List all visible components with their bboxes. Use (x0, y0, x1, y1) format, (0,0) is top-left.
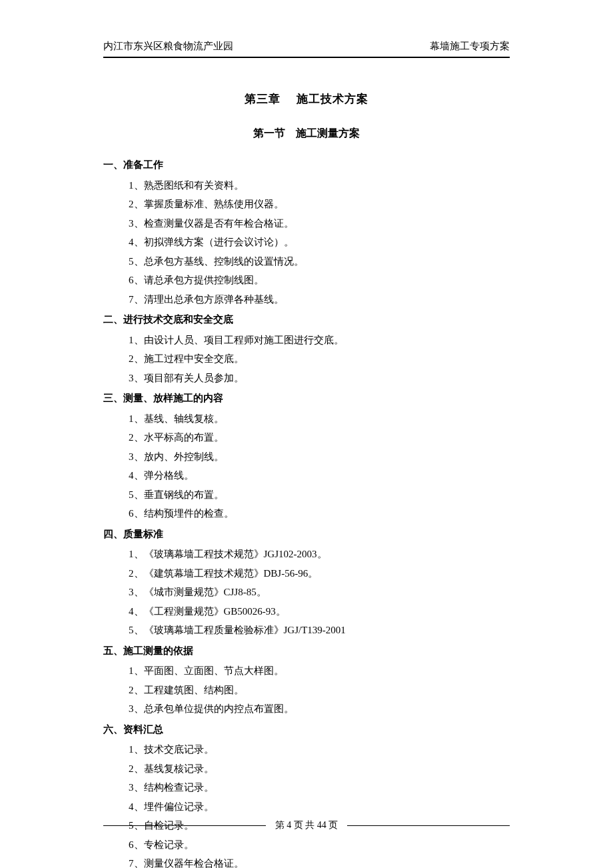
list-item: 4、初拟弹线方案（进行会议讨论）。 (103, 233, 510, 252)
list-item: 3、结构检查记录。 (103, 778, 510, 797)
list-item: 6、请总承包方提供控制线图。 (103, 271, 510, 290)
list-item: 3、项目部有关人员参加。 (103, 369, 510, 388)
list-item: 2、掌握质量标准、熟练使用仪器。 (103, 195, 510, 214)
list-item: 5、《玻璃幕墙工程质量检验标准》JGJ/T139-2001 (103, 621, 510, 640)
list-item: 1、技术交底记录。 (103, 740, 510, 759)
list-item: 4、弹分格线。 (103, 466, 510, 485)
footer-rule-left (103, 825, 266, 826)
list-item: 4、《工程测量规范》GB50026-93。 (103, 602, 510, 621)
section-title: 第一节 施工测量方案 (103, 127, 510, 141)
chapter-title: 第三章 施工技术方案 (103, 91, 510, 107)
list-item: 4、埋件偏位记录。 (103, 797, 510, 817)
list-item: 6、专检记录。 (103, 835, 510, 855)
list-item: 5、垂直钢线的布置。 (103, 485, 510, 505)
page-header: 内江市东兴区粮食物流产业园 幕墙施工专项方案 (103, 40, 510, 53)
page-footer: 第 4 页 共 44 页 (103, 819, 510, 831)
list-item: 1、《玻璃幕墙工程技术规范》JGJ102-2003。 (103, 545, 510, 564)
list-item: 2、施工过程中安全交底。 (103, 349, 510, 369)
heading-2: 二、进行技术交底和安全交底 (103, 310, 510, 329)
list-item: 3、总承包单位提供的内控点布置图。 (103, 699, 510, 719)
heading-6: 六、资料汇总 (103, 720, 510, 739)
list-item: 3、放内、外控制线。 (103, 447, 510, 467)
list-item: 2、《建筑幕墙工程技术规范》DBJ-56-96。 (103, 564, 510, 583)
footer-rule-right (347, 825, 510, 826)
page-number: 第 4 页 共 44 页 (266, 819, 348, 831)
list-item: 5、总承包方基线、控制线的设置情况。 (103, 252, 510, 271)
list-item: 2、水平标高的布置。 (103, 428, 510, 447)
list-item: 3、检查测量仪器是否有年检合格证。 (103, 214, 510, 233)
list-item: 2、基线复核记录。 (103, 759, 510, 779)
list-item: 1、平面图、立面图、节点大样图。 (103, 661, 510, 681)
list-item: 6、结构预埋件的检查。 (103, 504, 510, 523)
heading-4: 四、质量标准 (103, 525, 510, 544)
list-item: 2、工程建筑图、结构图。 (103, 681, 510, 700)
header-left: 内江市东兴区粮食物流产业园 (103, 40, 233, 53)
list-item: 3、《城市测量规范》CJJ8-85。 (103, 583, 510, 602)
heading-1: 一、准备工作 (103, 155, 510, 175)
list-item: 1、熟悉图纸和有关资料。 (103, 176, 510, 195)
header-rule (103, 57, 510, 58)
list-item: 1、由设计人员、项目工程师对施工图进行交底。 (103, 331, 510, 350)
list-item: 1、基线、轴线复核。 (103, 409, 510, 429)
header-right: 幕墙施工专项方案 (430, 40, 510, 53)
document-page: 内江市东兴区粮食物流产业园 幕墙施工专项方案 第三章 施工技术方案 第一节 施工… (0, 0, 613, 868)
list-item: 7、清理出总承包方原弹各种基线。 (103, 290, 510, 309)
heading-5: 五、施工测量的依据 (103, 641, 510, 661)
list-item: 7、测量仪器年检合格证。 (103, 854, 510, 868)
heading-3: 三、测量、放样施工的内容 (103, 389, 510, 408)
